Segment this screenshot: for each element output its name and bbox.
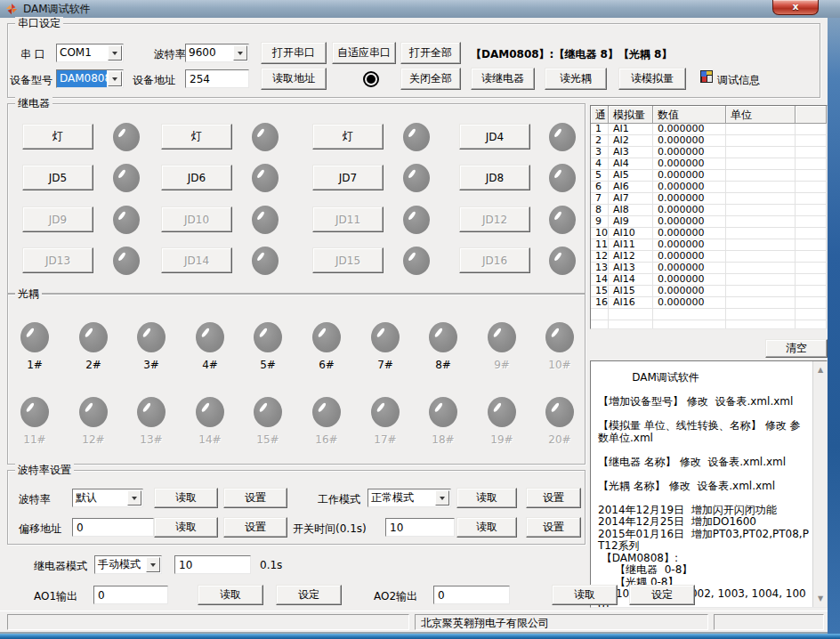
dropdown-arrow-icon[interactable] <box>108 45 122 61</box>
ao2-read-button[interactable]: 读取 <box>552 585 618 605</box>
model-combobox[interactable]: DAM0808 <box>56 69 124 88</box>
table-row[interactable]: 16AI160.000000 <box>591 297 827 309</box>
offset-field[interactable] <box>72 518 154 537</box>
open-serial-button[interactable]: 打开串口 <box>261 42 327 64</box>
debug-info-icon <box>700 70 713 83</box>
opto-label-7: 7# <box>368 359 403 371</box>
relay-mode-value: 手动模式 <box>95 556 145 573</box>
status-panel-company: 北京聚英翱翔电子有限公司 <box>415 614 708 630</box>
work-mode-combobox[interactable]: 正常模式 <box>368 489 451 507</box>
relay-mode-combobox[interactable]: 手动模式 <box>94 555 162 574</box>
opto-group-title: 光耦 <box>15 287 42 300</box>
col-header-channel[interactable]: 通 <box>591 106 609 124</box>
switch-time-read-button[interactable]: 读取 <box>456 517 517 538</box>
scroll-down-icon[interactable]: ▼ <box>814 592 827 605</box>
read-relay-button[interactable]: 读继电器 <box>471 68 535 90</box>
baud-setting-value: 默认 <box>73 489 126 506</box>
relay-button-6[interactable]: JD6 <box>161 165 232 190</box>
table-row[interactable]: 11AI110.000000 <box>591 239 827 251</box>
opto-label-13: 13# <box>133 433 169 446</box>
relay-button-7[interactable]: JD7 <box>312 165 384 190</box>
offset-label: 偏移地址 <box>19 522 61 537</box>
ao2-set-button[interactable]: 设定 <box>629 585 695 605</box>
dropdown-arrow-icon[interactable] <box>108 71 122 86</box>
taskbar-edge <box>0 634 840 639</box>
ao1-read-button[interactable]: 读取 <box>198 585 263 605</box>
table-row[interactable]: 10AI100.000000 <box>591 228 827 239</box>
baud-setting-combobox[interactable]: 默认 <box>72 489 143 507</box>
table-row[interactable]: 2AI20.000000 <box>591 135 827 147</box>
table-row[interactable]: 15AI150.000000 <box>591 286 827 297</box>
relay-time-unit-label: 0.1s <box>260 559 282 571</box>
opto-indicator-10 <box>545 322 574 352</box>
relay-button-1[interactable]: 灯 <box>22 124 93 150</box>
dropdown-arrow-icon[interactable] <box>127 490 141 506</box>
table-row[interactable]: 12AI120.000000 <box>591 251 827 263</box>
table-row[interactable]: 6AI60.000000 <box>591 182 827 193</box>
baud-group-title: 波特率设置 <box>15 464 74 476</box>
work-mode-read-button[interactable]: 读取 <box>456 488 517 508</box>
ao2-label: AO2输出 <box>374 589 417 604</box>
debug-info-label: 调试信息 <box>717 73 760 88</box>
table-row[interactable]: 8AI80.000000 <box>591 205 827 216</box>
open-all-button[interactable]: 打开全部 <box>400 42 461 64</box>
relay-button-10: JD10 <box>161 206 232 232</box>
adaptive-serial-button[interactable]: 自适应串口 <box>332 42 396 64</box>
table-row[interactable]: 5AI50.000000 <box>591 170 827 182</box>
dropdown-arrow-icon[interactable] <box>146 557 160 572</box>
relay-button-8[interactable]: JD8 <box>459 165 530 190</box>
close-all-button[interactable]: 关闭全部 <box>400 68 461 90</box>
port-label: 串 口 <box>20 47 45 62</box>
title-bar: DAM调试软件 <box>0 0 840 18</box>
opto-label-17: 17# <box>368 433 403 446</box>
close-button[interactable]: x <box>772 0 819 15</box>
col-header-analog[interactable]: 模拟量 <box>609 106 653 124</box>
relay-time-field[interactable] <box>174 555 251 574</box>
table-row[interactable]: 7AI70.000000 <box>591 193 827 205</box>
log-scrollbar[interactable]: ▲ ▼ <box>812 361 827 607</box>
device-address-field[interactable] <box>185 69 249 88</box>
work-mode-set-button[interactable]: 设置 <box>526 488 581 508</box>
baud-read-button[interactable]: 读取 <box>154 488 218 508</box>
analog-table: 通 模拟量 数值 单位 1AI10.0000002AI20.0000003AI3… <box>590 105 828 329</box>
col-header-unit[interactable]: 单位 <box>726 106 796 124</box>
serial-status-indicator <box>363 71 379 87</box>
read-address-button[interactable]: 读取地址 <box>261 68 327 90</box>
opto-label-8: 8# <box>425 359 461 371</box>
table-row[interactable]: 13AI130.000000 <box>591 263 827 274</box>
relay-indicator-12 <box>549 206 576 234</box>
table-row[interactable]: 14AI140.000000 <box>591 274 827 286</box>
read-analog-button[interactable]: 读模拟量 <box>618 68 686 90</box>
opto-group: 光耦 1#2#3#4#5#6#7#8#9#10#11#12#13#14#15#1… <box>7 294 586 465</box>
table-row[interactable]: 4AI40.000000 <box>591 158 827 170</box>
ao1-field[interactable] <box>93 586 168 604</box>
dropdown-arrow-icon[interactable] <box>435 490 449 506</box>
opto-indicator-4 <box>196 322 224 352</box>
ao2-field[interactable] <box>433 586 510 604</box>
relay-button-3[interactable]: 灯 <box>312 124 384 150</box>
ao1-set-button[interactable]: 设定 <box>276 585 342 605</box>
switch-time-field[interactable] <box>385 518 455 537</box>
offset-read-button[interactable]: 读取 <box>154 517 218 538</box>
port-combobox[interactable]: COM1 <box>56 44 124 62</box>
offset-set-button[interactable]: 设置 <box>223 517 287 538</box>
table-row[interactable]: 9AI90.000000 <box>591 216 827 228</box>
read-opto-button[interactable]: 读光耦 <box>545 68 607 90</box>
col-header-value[interactable]: 数值 <box>653 106 726 124</box>
analog-table-header: 通 模拟量 数值 单位 <box>591 106 827 124</box>
dropdown-arrow-icon[interactable] <box>233 45 247 61</box>
relay-button-14: JD14 <box>161 247 232 273</box>
relay-indicator-7 <box>403 164 430 192</box>
relay-button-4[interactable]: JD4 <box>459 124 530 150</box>
baud-combobox[interactable]: 9600 <box>185 44 249 62</box>
table-row[interactable]: 1AI10.000000 <box>591 124 827 135</box>
relay-button-5[interactable]: JD5 <box>22 165 93 190</box>
relay-button-13: JD13 <box>22 247 93 273</box>
clear-log-button[interactable]: 清空 <box>765 339 828 358</box>
baud-set-button[interactable]: 设置 <box>223 488 287 508</box>
table-row[interactable]: 3AI30.000000 <box>591 147 827 158</box>
scroll-up-icon[interactable]: ▲ <box>814 363 827 376</box>
switch-time-set-button[interactable]: 设置 <box>526 517 581 538</box>
relay-indicator-13 <box>113 247 140 275</box>
relay-button-2[interactable]: 灯 <box>161 124 232 150</box>
